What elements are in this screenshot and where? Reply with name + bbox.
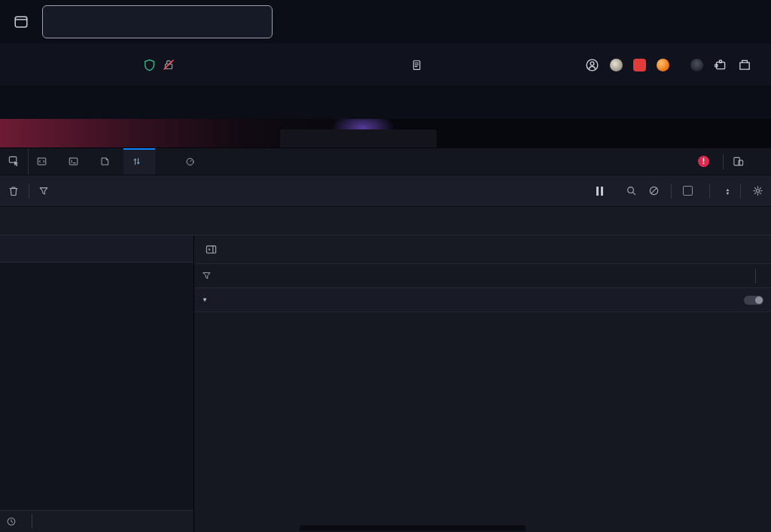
inspector-icon	[37, 157, 47, 166]
network-toolbar: ▴▾	[0, 175, 771, 207]
devtools-tab-network[interactable]	[123, 148, 155, 175]
disable-cache-checkbox[interactable]	[683, 186, 693, 196]
clear-requests-icon[interactable]	[8, 185, 20, 197]
throttling-select[interactable]: ▴▾	[721, 187, 729, 195]
filter-headers-input[interactable]	[218, 271, 300, 281]
reader-mode-icon[interactable]	[411, 59, 422, 71]
devtools-tab-debugger[interactable]	[92, 148, 123, 175]
divider	[32, 514, 32, 529]
divider	[740, 184, 741, 199]
extension-icon[interactable]	[610, 59, 623, 71]
devtools-tab-style-editor[interactable]	[155, 148, 177, 175]
console-icon	[69, 157, 78, 166]
search-icon[interactable]	[626, 185, 637, 196]
request-rows	[0, 263, 194, 510]
network-split: ▼	[0, 236, 771, 532]
devtools-tabbar-right: !	[698, 154, 771, 169]
toggle-knob	[755, 296, 763, 304]
firefox-view-icon	[14, 14, 29, 29]
page-viewport	[0, 119, 771, 147]
pause-icon[interactable]	[596, 187, 603, 196]
close-icon[interactable]	[255, 20, 264, 23]
network-icon	[132, 157, 142, 166]
page-content-box	[280, 129, 437, 147]
devtools-tab-performance[interactable]	[177, 148, 209, 175]
navigation-toolbar	[0, 44, 771, 86]
filter-icon	[202, 271, 212, 281]
raw-toggle-group	[738, 296, 763, 305]
divider	[29, 184, 29, 199]
divider	[671, 184, 672, 199]
library-icon[interactable]	[738, 58, 751, 71]
tracking-protection-shield-icon[interactable]	[143, 59, 156, 71]
raw-toggle[interactable]	[744, 296, 763, 305]
clock-icon	[6, 516, 17, 527]
foxyproxy-icon[interactable]	[657, 59, 669, 71]
divider	[723, 154, 724, 169]
network-summary-bar	[0, 510, 194, 532]
headers-filter-row	[194, 264, 771, 288]
insecure-lock-icon[interactable]	[163, 59, 175, 71]
devtools-tab-console[interactable]	[60, 148, 92, 175]
request-details-panel: ▼	[194, 236, 771, 532]
disclosure-triangle-icon[interactable]: ▼	[202, 296, 208, 303]
devtools-tabbar: !	[0, 148, 771, 175]
close-icon[interactable]	[471, 20, 480, 23]
ublock-icon[interactable]	[633, 59, 646, 71]
request-headers-list	[194, 312, 771, 532]
toolbar-extensions	[585, 58, 762, 72]
details-actions	[748, 269, 763, 284]
error-count-badge[interactable]: !	[698, 156, 709, 167]
account-icon[interactable]	[585, 58, 599, 72]
horizontal-scrollbar-thumb[interactable]	[300, 525, 526, 531]
debugger-icon	[100, 157, 110, 166]
pick-element-button[interactable]	[0, 148, 29, 175]
divider	[755, 269, 756, 284]
url-bar[interactable]	[136, 50, 437, 80]
firefox-view-button[interactable]	[6, 7, 36, 37]
filter-icon	[38, 186, 49, 196]
updown-arrows-icon: ▴▾	[727, 187, 729, 195]
disable-cache-option[interactable]	[683, 186, 698, 196]
network-toolbar-right: ▴▾	[596, 184, 763, 199]
extensions-puzzle-icon[interactable]	[714, 58, 727, 71]
tab-bar	[0, 0, 771, 44]
filter-urls-input[interactable]	[58, 186, 141, 196]
split-panel-button[interactable]	[197, 236, 224, 263]
request-list-header	[0, 236, 194, 263]
settings-gear-icon[interactable]	[752, 185, 763, 196]
details-tabbar	[194, 236, 771, 264]
responsive-mode-icon[interactable]	[733, 156, 744, 167]
cookie-extension-icon[interactable]	[690, 59, 703, 71]
tab-wappalyzer[interactable]	[279, 5, 488, 38]
request-list-panel	[0, 236, 194, 532]
request-headers-section[interactable]: ▼	[194, 288, 771, 312]
divider	[709, 184, 710, 199]
split-panel-icon	[206, 244, 217, 255]
devtools-tab-inspector[interactable]	[29, 148, 60, 175]
tab-city-search[interactable]	[42, 5, 273, 38]
request-type-filters	[0, 207, 771, 236]
bookmarks-toolbar	[0, 86, 771, 119]
block-url-icon[interactable]	[648, 185, 660, 196]
browser-window: !	[0, 0, 771, 532]
pick-element-icon	[8, 156, 20, 167]
performance-icon	[185, 157, 195, 166]
devtools-panel: !	[0, 147, 771, 532]
